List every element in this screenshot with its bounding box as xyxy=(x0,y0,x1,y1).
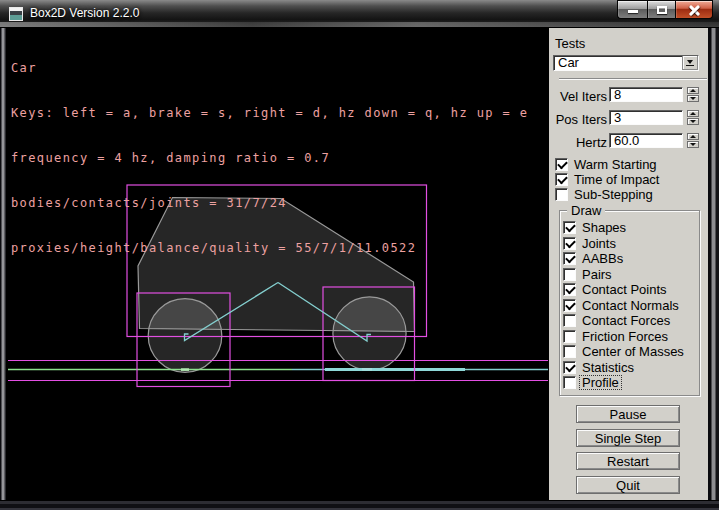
check-icon xyxy=(565,253,576,264)
hertz-spinner[interactable] xyxy=(687,133,699,148)
chevron-down-icon xyxy=(687,60,693,64)
spinner-down-icon[interactable] xyxy=(687,118,699,125)
minimize-button[interactable] xyxy=(617,0,647,19)
stat-line-title: Car xyxy=(11,61,528,76)
stat-line-keys: Keys: left = a, brake = s, right = d, hz… xyxy=(11,106,528,121)
close-icon xyxy=(676,1,712,18)
checkbox-box xyxy=(563,376,576,389)
pos-iters-label: Pos Iters xyxy=(556,112,607,127)
caption-buttons xyxy=(617,0,713,20)
vel-iters-spinner[interactable] xyxy=(687,87,699,102)
bridge-joint-line xyxy=(325,368,465,371)
hertz-row: Hertz 60.0 xyxy=(549,133,708,149)
window-border-right xyxy=(708,28,719,500)
stat-line-bodies: bodies/contacts/joints = 31/7/24 xyxy=(11,196,528,211)
checkbox-box xyxy=(563,299,576,312)
spinner-up-icon[interactable] xyxy=(687,110,699,117)
hertz-label: Hertz xyxy=(576,135,607,150)
pos-iters-row: Pos Iters 3 xyxy=(549,110,708,126)
check-icon xyxy=(565,284,576,295)
front-wheel xyxy=(333,297,406,370)
pos-iters-input[interactable]: 3 xyxy=(609,110,683,125)
maximize-icon xyxy=(657,6,667,14)
tests-label: Tests xyxy=(555,36,585,51)
checkbox-box xyxy=(563,237,576,250)
maximize-button[interactable] xyxy=(647,0,676,19)
quit-button[interactable]: Quit xyxy=(576,476,680,494)
vel-iters-input[interactable]: 8 xyxy=(609,87,683,102)
check-icon xyxy=(557,159,568,170)
separator xyxy=(559,78,707,80)
minimize-icon xyxy=(628,10,638,13)
checkbox-box xyxy=(563,345,576,358)
check-icon xyxy=(565,299,576,310)
contact-point-front xyxy=(362,368,372,371)
tests-dropdown[interactable]: Car xyxy=(553,55,699,71)
window-border-bottom xyxy=(0,500,719,510)
checkbox-box xyxy=(563,221,576,234)
contact-point-rear xyxy=(181,368,189,371)
vel-iters-label: Vel Iters xyxy=(560,89,607,104)
tests-dropdown-button[interactable] xyxy=(682,56,698,70)
close-button[interactable] xyxy=(676,0,713,19)
checkbox-box xyxy=(563,361,576,374)
restart-button[interactable]: Restart xyxy=(576,452,680,470)
app-window: Box2D Version 2.2.0 xyxy=(0,0,719,510)
check-icon xyxy=(565,222,576,233)
checkbox-box xyxy=(555,158,568,171)
checkbox-box xyxy=(563,330,576,343)
chevron-underline xyxy=(686,65,694,66)
stat-line-freq: frequency = 4 hz, damping ratio = 0.7 xyxy=(11,151,528,166)
window-border-left xyxy=(0,28,7,500)
tests-dropdown-value: Car xyxy=(558,56,579,70)
single-step-button[interactable]: Single Step xyxy=(576,429,680,447)
checkbox-box xyxy=(563,268,576,281)
check-icon xyxy=(565,237,576,248)
window-title: Box2D Version 2.2.0 xyxy=(30,0,139,27)
pos-iters-spinner[interactable] xyxy=(687,110,699,125)
control-panel: Tests Car Vel Iters 8 Pos Iters 3 xyxy=(549,28,708,500)
hertz-input[interactable]: 60.0 xyxy=(609,133,683,148)
vel-iters-row: Vel Iters 8 xyxy=(549,87,708,103)
checkbox-box xyxy=(555,173,568,186)
pause-button[interactable]: Pause xyxy=(576,405,680,423)
spinner-down-icon[interactable] xyxy=(687,141,699,148)
draw-group-label: Draw xyxy=(567,203,605,218)
check-icon xyxy=(557,174,568,185)
check-icon xyxy=(565,361,576,372)
spinner-down-icon[interactable] xyxy=(687,95,699,102)
titlebar[interactable]: Box2D Version 2.2.0 xyxy=(0,0,719,28)
checkbox-box xyxy=(563,314,576,327)
checkbox-box xyxy=(563,252,576,265)
spinner-up-icon[interactable] xyxy=(687,133,699,140)
checkbox-box xyxy=(563,283,576,296)
app-icon xyxy=(9,7,23,21)
spinner-up-icon[interactable] xyxy=(687,87,699,94)
checkbox-box xyxy=(555,188,568,201)
simulation-canvas[interactable]: Car Keys: left = a, brake = s, right = d… xyxy=(7,28,549,500)
stat-line-proxies: proxies/height/balance/quality = 55/7/1/… xyxy=(11,241,528,256)
debug-stats: Car Keys: left = a, brake = s, right = d… xyxy=(11,31,528,286)
